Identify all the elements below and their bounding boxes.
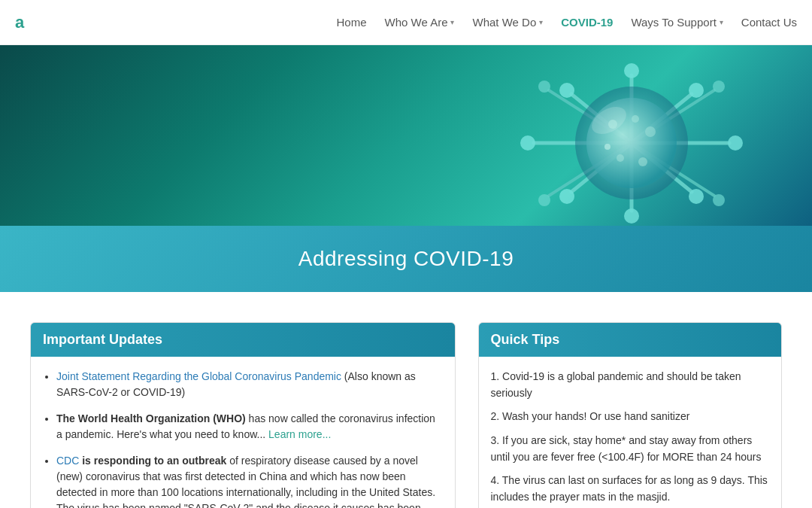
list-item: 1. Covid-19 is a global pandemic and sho…: [491, 369, 770, 401]
list-item: The World Health Organization (WHO) has …: [56, 411, 443, 443]
svg-point-19: [713, 194, 725, 206]
page-title-band: Addressing COVID-19: [0, 226, 812, 292]
list-item: Joint Statement Regarding the Global Cor…: [56, 369, 443, 400]
chevron-down-icon: ▾: [450, 18, 454, 26]
list-item: 3. If you are sick, stay home* and stay …: [491, 433, 770, 465]
svg-point-7: [689, 189, 704, 204]
chevron-down-icon: ▾: [539, 18, 543, 26]
tips-list: 1. Covid-19 is a global pandemic and sho…: [491, 369, 770, 508]
list-item: 4. The virus can last on surfaces for as…: [491, 473, 770, 505]
quick-tips-card: Quick Tips 1. Covid-19 is a global pande…: [478, 322, 783, 508]
hero-image: [0, 45, 812, 226]
nav-links: Home Who We Are ▾ What We Do ▾ COVID-19 …: [337, 16, 797, 29]
nav-home[interactable]: Home: [337, 16, 367, 29]
cdc-bold: is responding to an outbreak: [79, 455, 226, 467]
nav-covid-19[interactable]: COVID-19: [561, 16, 613, 29]
chevron-down-icon: ▾: [720, 18, 723, 26]
list-item: CDC is responding to an outbreak of resp…: [56, 453, 443, 508]
who-bold: The World Health Organization (WHO): [56, 412, 246, 424]
nav-contact-us[interactable]: Contact Us: [741, 16, 797, 29]
svg-point-17: [713, 81, 725, 93]
quick-tips-header: Quick Tips: [479, 323, 782, 357]
svg-point-28: [645, 126, 656, 137]
nav-what-we-do[interactable]: What We Do ▾: [472, 16, 543, 29]
svg-point-3: [689, 83, 704, 98]
page-title: Addressing COVID-19: [15, 247, 797, 271]
quick-tips-body: 1. Covid-19 is a global pandemic and sho…: [479, 357, 782, 508]
svg-point-27: [632, 115, 639, 123]
pandemic-statement-link[interactable]: Joint Statement Regarding the Global Cor…: [56, 370, 341, 382]
svg-point-30: [638, 157, 647, 166]
important-updates-body: Joint Statement Regarding the Global Cor…: [31, 357, 455, 508]
list-item: 2. Wash your hands! Or use hand sanitize…: [491, 409, 770, 425]
content-area: Important Updates Joint Statement Regard…: [0, 292, 812, 508]
svg-point-23: [538, 81, 550, 93]
nav-ways-to-support[interactable]: Ways To Support ▾: [631, 16, 723, 29]
svg-point-25: [586, 98, 677, 188]
updates-list: Joint Statement Regarding the Global Cor…: [43, 369, 443, 508]
learn-more-link[interactable]: Learn more...: [268, 428, 331, 440]
important-updates-header: Important Updates: [31, 323, 455, 357]
site-logo: a: [15, 13, 24, 32]
navigation: a Home Who We Are ▾ What We Do ▾ COVID-1…: [0, 0, 812, 45]
svg-point-1: [624, 63, 639, 78]
cdc-link[interactable]: CDC: [56, 455, 79, 467]
svg-point-5: [728, 135, 743, 151]
important-updates-card: Important Updates Joint Statement Regard…: [30, 322, 456, 508]
svg-point-21: [538, 194, 550, 206]
svg-point-11: [559, 189, 574, 204]
nav-who-we-are[interactable]: Who We Are ▾: [385, 16, 455, 29]
svg-point-15: [559, 83, 574, 98]
svg-point-31: [604, 144, 611, 150]
hero-virus-graphic: [511, 53, 752, 226]
svg-point-13: [520, 135, 535, 151]
svg-point-9: [624, 208, 639, 224]
svg-point-29: [617, 154, 624, 162]
